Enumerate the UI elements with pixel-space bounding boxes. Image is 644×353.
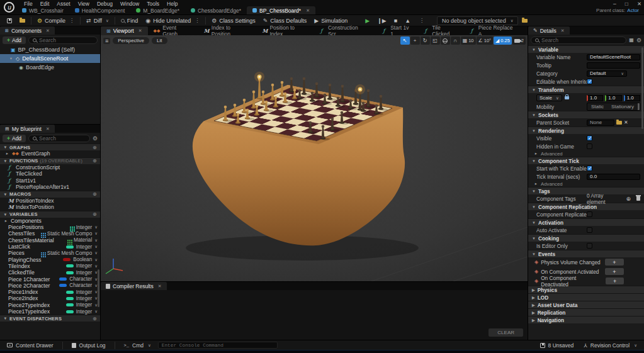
find-button[interactable]: Find	[117, 16, 142, 25]
menu-help[interactable]: Help	[163, 1, 181, 7]
category-select[interactable]: Default∨	[587, 70, 627, 77]
add-array-element-icon[interactable]: ⊕	[626, 196, 631, 202]
add-event-button[interactable]: +	[605, 268, 624, 275]
scale-y-input[interactable]: 1.0	[605, 95, 621, 101]
chevron-down-icon[interactable]: ∨	[94, 238, 98, 243]
visible-checkbox[interactable]	[587, 135, 592, 141]
clear-socket-icon[interactable]: ✕	[624, 120, 628, 125]
tab-piece-replace[interactable]: ƒPiece Replace A...	[465, 26, 528, 35]
chevron-down-icon[interactable]: ∨	[94, 225, 98, 230]
variable-row[interactable]: Piece1TypeIndexInteger∨	[0, 308, 100, 315]
view-mode-select[interactable]: Lit	[152, 37, 167, 44]
editable-checkbox[interactable]	[587, 79, 592, 84]
chevron-down-icon[interactable]: ∨	[94, 257, 98, 262]
clear-button[interactable]: CLEAR	[489, 328, 523, 337]
console-command-input[interactable]: Enter Console Command	[158, 342, 278, 349]
section-event-dispatchers[interactable]: ▾EVENT DISPATCHERS⊕	[0, 315, 100, 322]
settings-gear-icon[interactable]: ⚙	[636, 37, 641, 43]
menu-asset[interactable]: Asset	[53, 1, 74, 7]
variable-row[interactable]: PlayingChessBoolean∨	[0, 256, 100, 262]
macro-row[interactable]: MIndexToPosition	[0, 204, 100, 211]
chevron-down-icon[interactable]: ∨	[94, 250, 98, 255]
add-function-icon[interactable]: ⊕	[93, 158, 97, 164]
compile-button[interactable]: ⚙Compile⋮	[33, 16, 78, 25]
scale-tool-button[interactable]: ◱	[431, 36, 440, 45]
close-tab-icon[interactable]: ✕	[306, 8, 310, 13]
macro-row[interactable]: MPositionToIndex	[0, 198, 100, 205]
hide-unrelated-options-icon[interactable]: ⋮	[195, 18, 200, 23]
3d-viewport[interactable]: ≡ Perspective Lit ↖ + ↻ ◱ ∩ ▦10 ∠10° ◢0.…	[101, 35, 528, 281]
mobility-movable[interactable]: Movable	[638, 103, 640, 110]
variable-row[interactable]: ChessTilesStatic Mesh Compo∨	[0, 230, 100, 237]
tab-position-to-index[interactable]: MPosition to Index	[256, 26, 315, 35]
tick-enabled-checkbox[interactable]	[587, 165, 592, 171]
section-navigation[interactable]: ▶Navigation	[528, 316, 644, 323]
expander-icon[interactable]: ▸	[4, 218, 8, 223]
tab-viewport[interactable]: ⊞Viewport✕	[101, 26, 148, 35]
section-functions[interactable]: ▾FUNCTIONS(19 OVERRIDABLE)⊕	[0, 157, 100, 164]
rotate-tool-button[interactable]: ↻	[421, 36, 430, 45]
play-button[interactable]: ▶	[361, 16, 373, 25]
components-search-input[interactable]: Search	[28, 36, 98, 44]
my-blueprint-search-input[interactable]: Search	[28, 135, 90, 142]
details-search-input[interactable]: Search	[531, 36, 626, 44]
menu-file[interactable]: File	[20, 1, 37, 7]
tab-event-graph[interactable]: ◆◆Event Graph	[148, 26, 198, 35]
mobility-stationary[interactable]: Stationary	[607, 103, 638, 110]
close-icon[interactable]: ✕	[561, 28, 565, 33]
tooltip-input[interactable]	[587, 62, 640, 69]
section-asset-user-data[interactable]: ▶Asset User Data	[528, 301, 644, 308]
section-replication[interactable]: ▶Replication	[528, 308, 644, 316]
asset-tab-wb-crosshair[interactable]: WB_Crosshair	[16, 6, 69, 14]
variable-row[interactable]: TileIndexInteger∨	[0, 263, 100, 269]
parent-socket-input[interactable]: None	[587, 120, 614, 126]
component-row-defaultsceneroot[interactable]: ▾◇DefaultSceneRoot	[0, 54, 100, 63]
close-button[interactable]: ✕	[637, 1, 641, 7]
variable-row[interactable]: Piece2TypeIndexInteger∨	[0, 302, 100, 308]
editor-only-checkbox[interactable]	[587, 243, 592, 249]
expander-icon[interactable]: ▾	[9, 56, 13, 61]
debug-object-select[interactable]: No debug object selected∨	[437, 16, 518, 25]
restore-button[interactable]: □	[625, 1, 628, 7]
unsaved-button[interactable]: 8 Unsaved	[537, 342, 577, 349]
asset-tab-chessboardedge[interactable]: ChessboardEdge*	[185, 6, 247, 14]
select-tool-button[interactable]: ↖	[400, 36, 410, 45]
perspective-select[interactable]: Perspective	[113, 37, 149, 44]
variable-row[interactable]: PiecePositionsInteger∨	[0, 224, 100, 230]
variable-row[interactable]: ClickedTileInteger∨	[0, 269, 100, 276]
frame-skip-button[interactable]: ❙▶	[373, 16, 390, 25]
menu-debug[interactable]: Debug	[93, 1, 116, 7]
add-blueprint-item-button[interactable]: +Add	[3, 135, 26, 142]
section-variables[interactable]: ▾VARIABLES⊕	[0, 211, 100, 218]
variable-category-components[interactable]: ▸Components	[0, 218, 100, 225]
chevron-down-icon[interactable]: ∨	[94, 244, 98, 249]
section-events[interactable]: ▼Events	[528, 250, 644, 257]
variable-row[interactable]: Piece 2CharacterCharacter∨	[0, 283, 100, 289]
variable-row[interactable]: ChessTilesMaterialMaterial∨	[0, 237, 100, 244]
add-graph-icon[interactable]: ⊕	[93, 145, 97, 150]
asset-tab-m-boardedge[interactable]: M_BoardEdge*	[130, 6, 185, 14]
scale-snap-button[interactable]: ◢0.25	[494, 36, 512, 45]
add-event-button[interactable]: +	[606, 277, 624, 284]
minimize-button[interactable]: –	[613, 1, 616, 7]
section-lod[interactable]: ▶LOD	[528, 293, 644, 301]
debug-browse-button[interactable]	[518, 18, 531, 24]
diff-button[interactable]: ⇄Diff∨	[82, 16, 113, 25]
browse-socket-icon[interactable]	[616, 121, 622, 125]
grid-snap-button[interactable]: ▦10	[461, 36, 476, 45]
chevron-down-icon[interactable]: ∨	[94, 231, 98, 236]
variable-name-input[interactable]: DefaultSceneRoot	[587, 54, 640, 60]
function-row[interactable]: ƒTileClicked	[0, 171, 100, 177]
section-sockets[interactable]: ▼Sockets	[528, 111, 644, 118]
surface-snap-button[interactable]: ∩	[451, 36, 460, 45]
menu-window[interactable]: Window	[116, 1, 143, 7]
content-drawer-button[interactable]: Content Drawer	[4, 342, 57, 349]
variable-row[interactable]: Piece1IndexInteger∨	[0, 289, 100, 295]
close-icon[interactable]: ✕	[46, 126, 50, 132]
auto-activate-checkbox[interactable]	[587, 227, 592, 233]
close-icon[interactable]: ✕	[158, 284, 162, 289]
tab-start-1v1[interactable]: ƒStart 1v 1	[377, 26, 419, 35]
save-button[interactable]	[3, 17, 16, 25]
eject-button[interactable]: ▲	[401, 16, 414, 25]
menu-edit[interactable]: Edit	[37, 1, 54, 7]
